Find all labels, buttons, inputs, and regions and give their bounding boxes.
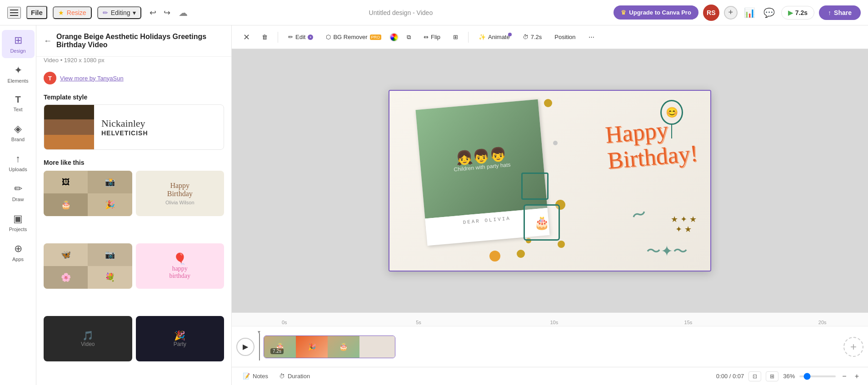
bg-remover-icon: ⬡ (326, 34, 331, 40)
sidebar-item-elements[interactable]: ✦ Elements (2, 60, 35, 88)
projects-icon: ▣ (13, 213, 23, 225)
duplicate-button[interactable]: ⧉ (402, 31, 415, 44)
ruler-mark-20s: 20s (818, 320, 827, 325)
bg-remover-button[interactable]: ⬡ BG Remover PRO (321, 31, 386, 43)
back-button[interactable]: ← (44, 36, 52, 46)
fit-button[interactable]: ⊡ (748, 371, 761, 381)
sidebar-item-label: Design (10, 48, 25, 54)
center-area: ✕ 🗑 ✏ Edit • ⬡ BG Remover PRO ⧉ ⇔ Flip ⊞ (232, 25, 868, 385)
time-display: 0:00 / 0:07 (716, 373, 744, 380)
topbar: File ★ Resize ✏ Editing ▾ ↩ ↪ ☁ Untitled… (0, 0, 868, 25)
comments-button[interactable]: 💬 (762, 5, 777, 20)
zoom-out-button[interactable]: − (840, 371, 848, 381)
zoom-slider[interactable] (799, 375, 836, 377)
template-thumb-6[interactable]: 🎉 Party (136, 316, 224, 361)
confetti-dot (544, 99, 552, 107)
template-thumb-5[interactable]: 🎵 Video (44, 316, 132, 361)
sidebar-item-label: Text (13, 107, 22, 112)
duration-timer-button[interactable]: ⏱ 7.2s (518, 31, 547, 43)
delete-button[interactable]: 🗑 (257, 31, 272, 43)
template-thumb-2[interactable]: Happy Birthday Olivia Wilson (136, 171, 224, 216)
sidebar-item-label: Apps (12, 257, 24, 262)
brand-icon: ◈ (14, 123, 22, 135)
palette-color-1 (44, 104, 94, 119)
pencil-icon: ✏ (103, 9, 108, 16)
menu-button[interactable] (7, 7, 21, 19)
close-selection-button[interactable]: ✕ (239, 30, 254, 44)
timer-icon: ⏱ (523, 34, 529, 40)
analytics-button[interactable]: 📊 (742, 5, 757, 20)
canvas-frame[interactable]: 👧👦👦 Children with party hats DEAR OLIVIA… (389, 90, 711, 271)
draw-icon: ✏ (14, 183, 22, 195)
divider-2 (468, 32, 469, 43)
font-sans-preview: HELVETICISH (101, 129, 148, 137)
template-thumb-1[interactable]: 🖼 📸 🎂 🎉 (44, 171, 132, 216)
template-style-label: Template style (36, 88, 231, 104)
cloud-save-button[interactable]: ☁ (179, 7, 188, 18)
add-collaborator-button[interactable]: + (724, 6, 738, 20)
sidebar-item-uploads[interactable]: ↑ Uploads (2, 148, 35, 177)
editing-button[interactable]: ✏ Editing ▾ (97, 6, 142, 19)
confetti-dot (517, 250, 525, 258)
sidebar-item-draw[interactable]: ✏ Draw (2, 178, 35, 207)
animate-button[interactable]: ✨ Animate (474, 31, 514, 43)
main-layout: ⊞ Design ✦ Elements T Text ◈ Brand ↑ Upl… (0, 25, 868, 385)
clip-thumb-rest (359, 336, 395, 358)
template-author: T View more by TanyaSun (36, 68, 231, 88)
preview-timer-button[interactable]: ▶ 7.2s (781, 6, 814, 20)
sidebar-item-text[interactable]: T Text (2, 90, 35, 117)
video-clip[interactable]: 🎂 🎉 🎂 7.2s (264, 336, 395, 358)
flip-button[interactable]: ⇔ Flip (419, 31, 445, 43)
more-options-button[interactable]: ⋯ (584, 31, 599, 43)
star-doodles: ★ ✦ ★ ✦ ★ (671, 214, 697, 234)
apps-icon: ⊕ (14, 243, 22, 255)
timeline-track: 🎂 🎉 🎂 7.2s (259, 333, 839, 360)
duration-button[interactable]: ⏱ Duration (275, 371, 314, 381)
elements-icon: ✦ (14, 64, 22, 76)
palette-color-2 (44, 119, 94, 134)
edit-button[interactable]: ✏ Edit • (284, 31, 318, 43)
divider-1 (278, 32, 278, 43)
zoom-in-button[interactable]: + (853, 371, 861, 381)
edit-toolbar: ✕ 🗑 ✏ Edit • ⬡ BG Remover PRO ⧉ ⇔ Flip ⊞ (232, 25, 868, 49)
undo-button[interactable]: ↩ (147, 6, 159, 20)
grid-button[interactable]: ⊞ (449, 31, 463, 43)
template-thumb-4[interactable]: 🎈 happy birthday (136, 243, 224, 289)
templates-grid: 🖼 📸 🎂 🎉 Happy Birthday Olivia Wilson (36, 171, 231, 385)
ai-badge: • (308, 35, 313, 40)
flip-icon: ⇔ (424, 34, 429, 40)
sidebar-item-label: Brand (11, 137, 25, 142)
grid-view-button[interactable]: ⊞ (766, 371, 778, 381)
sidebar-item-brand[interactable]: ◈ Brand (2, 118, 35, 147)
pro-badge: PRO (370, 35, 382, 40)
palette-color-3 (44, 135, 94, 150)
add-clip-button[interactable]: + (843, 337, 863, 357)
panel-header: ← Orange Beige Aesthetic Holidays Greeti… (36, 25, 231, 57)
color-picker-button[interactable] (389, 33, 399, 42)
sidebar-item-projects[interactable]: ▣ Projects (2, 208, 35, 237)
playhead-marker[interactable] (259, 333, 260, 360)
file-menu-button[interactable]: File (26, 6, 47, 19)
timeline: 0s 5s 10s 15s 20s ▶ 🎂 🎉 🎂 (232, 312, 868, 367)
canvas-area: 👧👦👦 Children with party hats DEAR OLIVIA… (232, 49, 868, 312)
text-icon: T (15, 94, 20, 105)
template-thumb-3[interactable]: 🦋 📷 🌸 💐 (44, 243, 132, 289)
notes-button[interactable]: 📝 Notes (239, 371, 272, 381)
sidebar-item-apps[interactable]: ⊕ Apps (2, 238, 35, 267)
design-title: Untitled design - Video (369, 9, 433, 16)
play-button[interactable]: ▶ (236, 338, 254, 356)
redo-button[interactable]: ↪ (161, 6, 173, 20)
star-icon: ★ (58, 9, 64, 16)
resize-button[interactable]: ★ Resize (53, 6, 92, 19)
edit-icon: ✏ (288, 34, 293, 40)
canvas-content: 👧👦👦 Children with party hats DEAR OLIVIA… (389, 91, 710, 271)
share-button[interactable]: ↑ Share (819, 5, 861, 20)
crown-icon: ♛ (621, 9, 626, 16)
avatar-button[interactable]: RS (703, 5, 719, 21)
upgrade-button[interactable]: ♛ Upgrade to Canva Pro (614, 5, 698, 20)
author-link[interactable]: View more by TanyaSun (60, 75, 124, 82)
position-button[interactable]: Position (550, 31, 580, 43)
sidebar-item-design[interactable]: ⊞ Design (2, 30, 35, 58)
sidebar-item-label: Projects (9, 227, 27, 232)
ruler-mark-5s: 5s (416, 320, 421, 325)
